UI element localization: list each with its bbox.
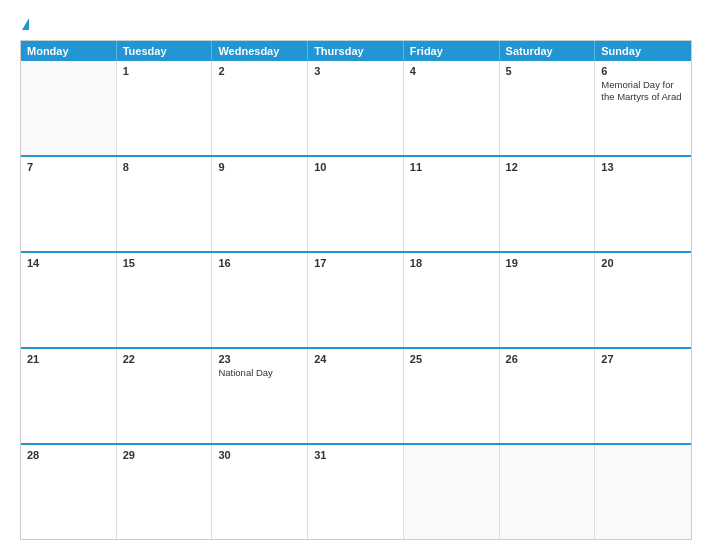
cal-cell: 27 — [595, 349, 691, 443]
header-day-saturday: Saturday — [500, 41, 596, 61]
week-row-2: 78910111213 — [21, 157, 691, 253]
header — [20, 18, 692, 30]
cal-cell: 16 — [212, 253, 308, 347]
day-number: 4 — [410, 65, 493, 77]
week-row-5: 28293031 — [21, 445, 691, 539]
day-number: 23 — [218, 353, 301, 365]
calendar-page: MondayTuesdayWednesdayThursdayFridaySatu… — [0, 0, 712, 550]
cal-cell: 31 — [308, 445, 404, 539]
day-number: 25 — [410, 353, 493, 365]
cal-cell: 4 — [404, 61, 500, 155]
day-number: 3 — [314, 65, 397, 77]
logo-triangle-icon — [22, 18, 29, 30]
calendar-grid: MondayTuesdayWednesdayThursdayFridaySatu… — [20, 40, 692, 540]
header-day-monday: Monday — [21, 41, 117, 61]
day-number: 5 — [506, 65, 589, 77]
week-row-1: 123456Memorial Day for the Martyrs of Ar… — [21, 61, 691, 157]
cal-cell: 6Memorial Day for the Martyrs of Arad — [595, 61, 691, 155]
cal-cell: 12 — [500, 157, 596, 251]
day-number: 28 — [27, 449, 110, 461]
cal-cell: 11 — [404, 157, 500, 251]
cal-cell: 22 — [117, 349, 213, 443]
day-number: 14 — [27, 257, 110, 269]
week-row-3: 14151617181920 — [21, 253, 691, 349]
day-event: Memorial Day for the Martyrs of Arad — [601, 79, 685, 104]
day-number: 12 — [506, 161, 589, 173]
day-number: 15 — [123, 257, 206, 269]
day-number: 17 — [314, 257, 397, 269]
day-number: 6 — [601, 65, 685, 77]
day-number: 19 — [506, 257, 589, 269]
day-number: 29 — [123, 449, 206, 461]
cal-cell: 29 — [117, 445, 213, 539]
week-row-4: 212223National Day24252627 — [21, 349, 691, 445]
cal-cell: 7 — [21, 157, 117, 251]
day-number: 13 — [601, 161, 685, 173]
cal-cell: 25 — [404, 349, 500, 443]
day-number: 22 — [123, 353, 206, 365]
cal-cell — [595, 445, 691, 539]
day-number: 10 — [314, 161, 397, 173]
day-number: 2 — [218, 65, 301, 77]
day-number: 31 — [314, 449, 397, 461]
day-number: 9 — [218, 161, 301, 173]
day-number: 27 — [601, 353, 685, 365]
cal-cell: 26 — [500, 349, 596, 443]
header-day-sunday: Sunday — [595, 41, 691, 61]
day-number: 30 — [218, 449, 301, 461]
header-day-thursday: Thursday — [308, 41, 404, 61]
cal-cell: 9 — [212, 157, 308, 251]
cal-cell: 8 — [117, 157, 213, 251]
cal-cell: 21 — [21, 349, 117, 443]
calendar-header: MondayTuesdayWednesdayThursdayFridaySatu… — [21, 41, 691, 61]
cal-cell: 23National Day — [212, 349, 308, 443]
day-number: 21 — [27, 353, 110, 365]
cal-cell — [21, 61, 117, 155]
cal-cell: 14 — [21, 253, 117, 347]
day-event: National Day — [218, 367, 301, 379]
cal-cell: 2 — [212, 61, 308, 155]
cal-cell: 24 — [308, 349, 404, 443]
cal-cell: 13 — [595, 157, 691, 251]
cal-cell: 1 — [117, 61, 213, 155]
cal-cell: 10 — [308, 157, 404, 251]
day-number: 24 — [314, 353, 397, 365]
cal-cell: 18 — [404, 253, 500, 347]
day-number: 7 — [27, 161, 110, 173]
calendar-body: 123456Memorial Day for the Martyrs of Ar… — [21, 61, 691, 539]
cal-cell: 5 — [500, 61, 596, 155]
day-number: 16 — [218, 257, 301, 269]
cal-cell — [404, 445, 500, 539]
cal-cell: 30 — [212, 445, 308, 539]
header-day-friday: Friday — [404, 41, 500, 61]
cal-cell: 19 — [500, 253, 596, 347]
day-number: 20 — [601, 257, 685, 269]
day-number: 18 — [410, 257, 493, 269]
day-number: 8 — [123, 161, 206, 173]
day-number: 1 — [123, 65, 206, 77]
cal-cell: 3 — [308, 61, 404, 155]
header-day-wednesday: Wednesday — [212, 41, 308, 61]
cal-cell: 17 — [308, 253, 404, 347]
cal-cell: 28 — [21, 445, 117, 539]
day-number: 26 — [506, 353, 589, 365]
cal-cell: 15 — [117, 253, 213, 347]
logo — [20, 18, 29, 30]
header-day-tuesday: Tuesday — [117, 41, 213, 61]
cal-cell — [500, 445, 596, 539]
day-number: 11 — [410, 161, 493, 173]
cal-cell: 20 — [595, 253, 691, 347]
